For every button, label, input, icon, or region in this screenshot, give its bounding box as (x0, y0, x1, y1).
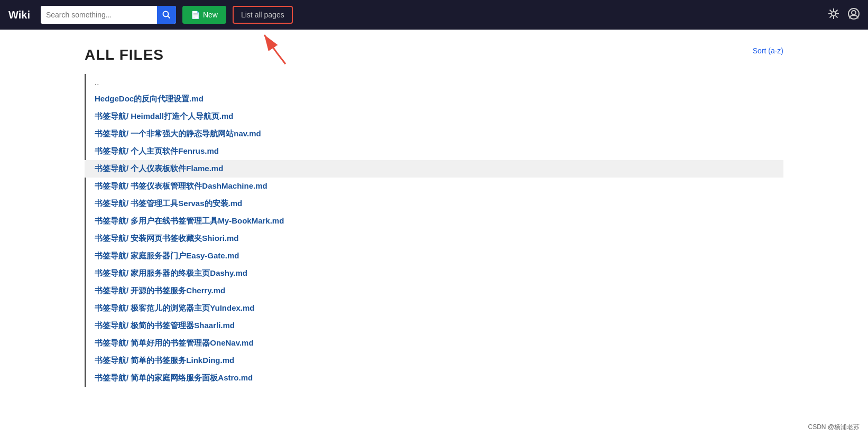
file-list: ..HedgeDoc的反向代理设置.md书签导航/ Heimdall打造个人导航… (85, 74, 783, 387)
new-button-label: New (203, 11, 218, 19)
header: Wiki 📄 New List all pages (0, 0, 868, 30)
svg-line-1 (168, 16, 170, 18)
list-item[interactable]: 书签导航/ 安装网页书签收藏夹Shiori.md (85, 230, 783, 247)
search-input[interactable] (41, 6, 157, 24)
file-link[interactable]: 书签导航/ 家用服务器的终极主页Dashy.md (95, 268, 247, 278)
list-item[interactable]: 书签导航/ 简单的书签服务LinkDing.md (85, 352, 783, 369)
file-link[interactable]: 书签导航/ 简单的书签服务LinkDing.md (95, 356, 234, 366)
file-link[interactable]: .. (95, 78, 99, 87)
svg-point-2 (832, 12, 836, 16)
svg-line-9 (836, 10, 838, 12)
header-right (828, 8, 860, 22)
file-link[interactable]: 书签导航/ 简单好用的书签管理器OneNav.md (95, 338, 254, 348)
new-button-icon: 📄 (191, 11, 200, 19)
search-wrapper (41, 6, 176, 24)
list-item[interactable]: 书签导航/ 一个非常强大的静态导航网站nav.md (85, 125, 783, 143)
svg-line-7 (830, 10, 832, 12)
main-content: ALL FILES Sort (a-z) ..HedgeDoc的反向代理设置.m… (0, 30, 868, 419)
file-link[interactable]: HedgeDoc的反向代理设置.md (95, 94, 204, 104)
list-item[interactable]: 书签导航/ 书签管理工具Servas的安装.md (85, 195, 783, 212)
file-link[interactable]: 书签导航/ 简单的家庭网络服务面板Astro.md (95, 373, 253, 383)
list-item[interactable]: 书签导航/ Heimdall打造个人导航页.md (85, 108, 783, 125)
svg-line-8 (836, 15, 838, 17)
list-item[interactable]: 书签导航/ 极简的书签管理器Shaarli.md (85, 317, 783, 334)
list-item[interactable]: 书签导航/ 家用服务器的终极主页Dashy.md (85, 265, 783, 282)
file-link[interactable]: 书签导航/ 家庭服务器门户Easy-Gate.md (95, 251, 239, 261)
svg-point-12 (852, 11, 856, 15)
file-link[interactable]: 书签导航/ 极客范儿的浏览器主页YuIndex.md (95, 303, 255, 313)
list-item[interactable]: 书签导航/ 个人主页软件Fenrus.md (85, 143, 783, 160)
file-link[interactable]: 书签导航/ Heimdall打造个人导航页.md (95, 111, 234, 122)
file-link[interactable]: 书签导航/ 安装网页书签收藏夹Shiori.md (95, 234, 239, 244)
list-item[interactable]: 书签导航/ 简单的家庭网络服务面板Astro.md (85, 369, 783, 387)
file-link[interactable]: 书签导航/ 书签仪表板管理软件DashMachine.md (95, 181, 267, 191)
search-button[interactable] (157, 6, 176, 24)
logo: Wiki (8, 9, 30, 21)
file-link[interactable]: 书签导航/ 多用户在线书签管理工具My-BookMark.md (95, 216, 284, 226)
file-link[interactable]: 书签导航/ 个人主页软件Fenrus.md (95, 146, 219, 156)
list-item[interactable]: 书签导航/ 个人仪表板软件Flame.md (85, 160, 783, 178)
list-pages-button[interactable]: List all pages (233, 6, 293, 24)
list-item[interactable]: HedgeDoc的反向代理设置.md (85, 90, 783, 108)
sort-link[interactable]: Sort (a-z) (753, 47, 783, 55)
list-item[interactable]: 书签导航/ 书签仪表板管理软件DashMachine.md (85, 178, 783, 195)
file-link[interactable]: 书签导航/ 个人仪表板软件Flame.md (95, 164, 223, 174)
watermark: CSDN @杨浦老苏 (808, 423, 860, 432)
list-item[interactable]: 书签导航/ 极客范儿的浏览器主页YuIndex.md (85, 300, 783, 317)
network-icon[interactable] (828, 8, 839, 22)
file-link[interactable]: 书签导航/ 极简的书签管理器Shaarli.md (95, 321, 235, 331)
list-item[interactable]: 书签导航/ 多用户在线书签管理工具My-BookMark.md (85, 212, 783, 230)
new-button[interactable]: 📄 New (182, 6, 226, 24)
list-pages-label: List all pages (241, 11, 284, 19)
file-link[interactable]: 书签导航/ 一个非常强大的静态导航网站nav.md (95, 129, 261, 139)
search-icon (162, 11, 171, 19)
page-title: ALL FILES (85, 47, 783, 63)
list-item[interactable]: .. (85, 74, 783, 90)
list-item[interactable]: 书签导航/ 家庭服务器门户Easy-Gate.md (85, 247, 783, 265)
file-link[interactable]: 书签导航/ 开源的书签服务Cherry.md (95, 286, 225, 296)
file-link[interactable]: 书签导航/ 书签管理工具Servas的安装.md (95, 199, 242, 209)
user-icon[interactable] (848, 8, 860, 22)
list-item[interactable]: 书签导航/ 开源的书签服务Cherry.md (85, 282, 783, 300)
list-item[interactable]: 书签导航/ 简单好用的书签管理器OneNav.md (85, 334, 783, 352)
svg-line-10 (830, 15, 832, 17)
